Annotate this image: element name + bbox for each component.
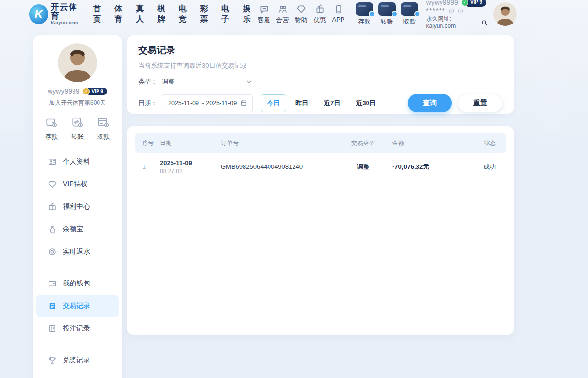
date-label: 日期： (138, 99, 160, 108)
range-today-button[interactable]: 今日 (261, 94, 286, 112)
sidebar-item-yuebao[interactable]: 余额宝 (36, 218, 119, 240)
quick-range-buttons: 今日 昨日 近7日 近30日 (261, 94, 382, 112)
wallet-icon (48, 279, 57, 288)
sidebar-divider (40, 270, 115, 270)
deposit-button[interactable]: 存款 (356, 2, 373, 26)
magnifier-icon[interactable] (481, 20, 488, 26)
sidebar-divider (40, 148, 115, 148)
sidebar-item-profile[interactable]: 个人资料 (36, 150, 119, 173)
range-30days-button[interactable]: 近30日 (349, 94, 382, 112)
transfer-card-icon (378, 2, 396, 16)
sidebar-avatar[interactable] (58, 43, 97, 82)
nav-item-home[interactable]: 首页 (93, 4, 108, 24)
sidebar-item-label: 福利中心 (63, 202, 90, 211)
sidebar-item-messages[interactable]: 消息中心 99+ (36, 372, 119, 378)
sidebar-avatar-photo (58, 43, 97, 82)
sidebar-deposit-label: 存款 (45, 132, 58, 141)
sidebar-item-label: 兑奖记录 (63, 356, 90, 365)
page-title: 交易记录 (138, 44, 503, 57)
chat-icon (259, 4, 269, 14)
sidebar-item-transactions[interactable]: 交易记录 (36, 295, 119, 317)
row-time: 08:27:02 (160, 168, 221, 175)
nav-item-entertainment[interactable]: 娱乐 (243, 4, 258, 24)
nav-item-boardgames[interactable]: 棋牌 (157, 4, 172, 24)
phone-icon (334, 4, 343, 14)
table-row[interactable]: 1 2025-11-09 08:27:02 GMB698250644004908… (135, 153, 506, 181)
col-date: 日期 (160, 139, 221, 147)
col-order-no: 订单号 (221, 139, 343, 147)
transfer-button[interactable]: 转账 (378, 2, 396, 26)
diamond-icon (296, 4, 306, 14)
partnership-button[interactable]: 合营 (276, 4, 289, 24)
transfer-outline-icon (71, 116, 84, 129)
rebate-circle-icon (48, 247, 57, 256)
table-header-row: 序号 日期 订单号 交易类型 金额 状态 (135, 133, 506, 153)
sidebar-deposit-button[interactable]: 存款 (45, 116, 58, 141)
sponsor-button[interactable]: 赞助 (295, 4, 308, 24)
row-amount: -70,076.32元 (383, 163, 451, 171)
range-yesterday-button[interactable]: 昨日 (289, 94, 315, 112)
partnership-label: 合营 (276, 16, 289, 24)
date-range-input[interactable]: 2025-11-09 ~ 2025-11-09 (162, 94, 253, 112)
sidebar-item-vip[interactable]: VIP特权 (36, 173, 119, 195)
sidebar-item-label: 余额宝 (63, 225, 83, 234)
withdraw-outline-icon (97, 116, 110, 129)
header-user-info: wywy9999 ✓ VIP 9 ****** 永久网址: kaiyun.com (426, 0, 488, 30)
sidebar-item-welfare[interactable]: 福利中心 (36, 195, 119, 218)
sidebar-item-label: 实时返水 (63, 247, 90, 256)
customer-service-button[interactable]: 客服 (258, 4, 270, 24)
col-status: 状态 (451, 139, 506, 147)
sidebar-item-bets[interactable]: 投注记录 (36, 317, 119, 340)
sidebar-item-label: 投注记录 (63, 324, 90, 333)
query-button[interactable]: 查询 (408, 94, 452, 112)
sidebar-transfer-button[interactable]: 转账 (71, 116, 84, 141)
sidebar-item-label: 我的钱包 (63, 279, 90, 288)
nav-item-sports[interactable]: 体育 (115, 4, 129, 24)
transaction-filter-card: 交易记录 当前系统支持查询最近30日的交易记录 类型： 调整 日期： 2025-… (127, 35, 514, 114)
sidebar-withdraw-label: 取款 (97, 132, 110, 141)
eye-off-icon[interactable] (448, 8, 455, 14)
withdraw-card-icon (401, 2, 418, 16)
transaction-table-card: 序号 日期 订单号 交易类型 金额 状态 1 2025-11-09 08:27:… (127, 126, 514, 335)
sidebar-item-label: 交易记录 (63, 302, 90, 310)
withdraw-label: 取款 (403, 17, 416, 26)
sidebar-item-wallet[interactable]: 我的钱包 (36, 272, 119, 295)
sidebar-item-prizes[interactable]: 兑奖记录 (36, 349, 119, 372)
brand-logo[interactable]: K 开云体育 Kaiyun.com (29, 3, 84, 25)
page-subtitle: 当前系统支持查询最近30日的交易记录 (138, 61, 503, 70)
refresh-balance-icon[interactable] (457, 8, 464, 14)
app-download-button[interactable]: APP (332, 4, 345, 24)
welfare-gift-icon (48, 202, 57, 211)
row-status: 成功 (451, 163, 506, 171)
header-avatar[interactable] (493, 2, 517, 26)
withdraw-button[interactable]: 取款 (401, 2, 418, 26)
header-wallet-icons: 存款 转账 取款 (356, 2, 418, 26)
type-select[interactable]: 调整 (162, 77, 253, 86)
type-selected-value: 调整 (162, 77, 174, 86)
range-7days-button[interactable]: 近7日 (318, 94, 346, 112)
main-nav: 首页 体育 真人 棋牌 电竞 彩票 电子 娱乐 (93, 4, 258, 24)
sidebar-item-rebate[interactable]: 实时返水 (36, 240, 119, 263)
sidebar-withdraw-button[interactable]: 取款 (97, 116, 110, 141)
transfer-label: 转账 (381, 17, 393, 26)
sidebar-item-label: 个人资料 (63, 157, 90, 166)
reset-button[interactable]: 重置 (458, 94, 503, 112)
masked-balance: ****** (426, 7, 446, 15)
bet-record-icon (48, 324, 57, 333)
deposit-label: 存款 (358, 17, 371, 26)
top-bar: K 开云体育 Kaiyun.com 首页 体育 真人 棋牌 电竞 彩票 电子 娱… (0, 0, 588, 28)
nav-item-slots[interactable]: 电子 (221, 4, 236, 24)
id-card-icon (48, 157, 57, 166)
transaction-record-icon (48, 302, 57, 310)
logo-domain-text: Kaiyun.com (51, 21, 84, 25)
avatar-photo (493, 2, 517, 26)
vip-badge: ✓ VIP 9 (461, 0, 486, 7)
nav-item-esports[interactable]: 电竞 (179, 4, 194, 24)
promotions-button[interactable]: 优惠 (314, 4, 326, 24)
nav-item-lottery[interactable]: 彩票 (200, 4, 215, 24)
nav-item-live[interactable]: 真人 (136, 4, 150, 24)
permanent-url-text: 永久网址: kaiyun.com (426, 15, 479, 30)
calendar-icon (240, 99, 247, 107)
row-type: 调整 (343, 163, 383, 171)
logo-monogram-icon: K (29, 4, 48, 24)
